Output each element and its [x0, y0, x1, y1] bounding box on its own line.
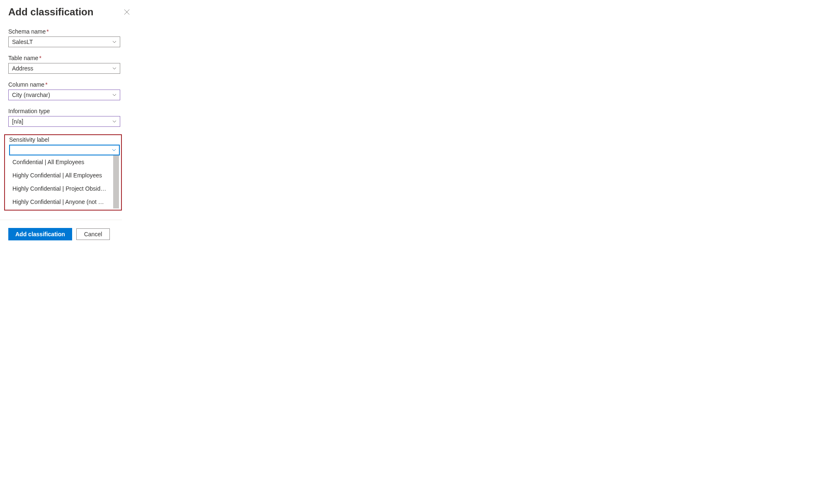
column-name-label-text: Column name [8, 81, 44, 88]
column-name-select[interactable]: City (nvarchar) [8, 90, 120, 100]
panel-footer: Add classification Cancel [8, 220, 130, 240]
required-indicator: * [39, 55, 41, 61]
dropdown-option[interactable]: Confidential | All Employees [9, 155, 110, 169]
add-classification-panel: Add classification Schema name* SalesLT … [8, 4, 130, 240]
dropdown-option[interactable]: Highly Confidential | All Employees [9, 169, 110, 182]
schema-name-label: Schema name* [8, 28, 130, 35]
information-type-label: Information type [8, 108, 130, 114]
sensitivity-label-label: Sensitivity label [6, 136, 120, 143]
sensitivity-label-dropdown: Confidential | All Employees Highly Conf… [9, 155, 120, 208]
panel-title: Add classification [8, 6, 93, 18]
schema-name-group: Schema name* SalesLT [8, 28, 130, 47]
dropdown-scrollbar[interactable] [113, 155, 119, 208]
column-name-label: Column name* [8, 81, 130, 88]
dropdown-option[interactable]: Highly Confidential | Project Obsidian [9, 182, 110, 195]
sensitivity-label-select-wrapper [9, 145, 120, 155]
information-type-label-text: Information type [8, 108, 50, 114]
information-type-group: Information type [n/a] [8, 108, 130, 127]
required-indicator: * [45, 81, 47, 88]
table-name-label-text: Table name [8, 55, 38, 61]
table-name-select[interactable]: Address [8, 63, 120, 74]
sensitivity-label-highlight: Sensitivity label Confidential | All Emp… [4, 134, 122, 211]
sensitivity-label-select[interactable] [9, 145, 120, 155]
add-classification-button[interactable]: Add classification [8, 228, 72, 240]
column-name-select-wrapper: City (nvarchar) [8, 90, 120, 100]
panel-header: Add classification [8, 4, 130, 18]
information-type-select-wrapper: [n/a] [8, 116, 120, 127]
schema-name-label-text: Schema name [8, 28, 46, 35]
schema-name-select-wrapper: SalesLT [8, 36, 120, 47]
dropdown-option[interactable]: Highly Confidential | Anyone (not prote.… [9, 195, 110, 208]
column-name-group: Column name* City (nvarchar) [8, 81, 130, 100]
table-name-select-wrapper: Address [8, 63, 120, 74]
required-indicator: * [46, 28, 48, 35]
table-name-label: Table name* [8, 55, 130, 61]
cancel-button[interactable]: Cancel [76, 228, 110, 240]
sensitivity-label-label-text: Sensitivity label [9, 136, 49, 143]
information-type-select[interactable]: [n/a] [8, 116, 120, 127]
table-name-group: Table name* Address [8, 55, 130, 74]
schema-name-select[interactable]: SalesLT [8, 36, 120, 47]
close-icon[interactable] [124, 9, 130, 15]
